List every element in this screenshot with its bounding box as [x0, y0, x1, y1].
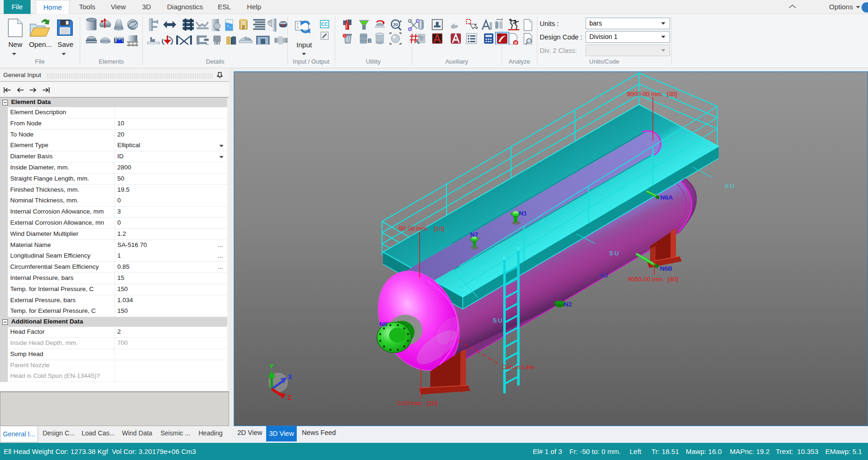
svg-text:9000.00 mm. [30]: 9000.00 mm. [30]	[627, 91, 677, 97]
svg-text:Datum Line: Datum Line	[502, 363, 534, 370]
svg-text:N1: N1	[519, 210, 527, 217]
svg-text:20: 20	[393, 22, 398, 27]
svg-text:-50.00 mm. [10]: -50.00 mm. [10]	[397, 225, 444, 232]
svg-text:SU: SU	[609, 250, 620, 257]
svg-text:X: X	[288, 373, 293, 381]
svg-text:Z: Z	[287, 394, 292, 401]
svg-text:N7: N7	[470, 231, 478, 238]
svg-text:CC: CC	[321, 22, 328, 27]
svg-text:N6B: N6B	[660, 265, 672, 272]
svg-text:B: B	[368, 38, 372, 44]
svg-text:N8: N8	[379, 321, 388, 328]
svg-text:N6A: N6A	[660, 194, 673, 201]
svg-text:N3: N3	[600, 272, 608, 279]
svg-text:SU: SU	[493, 317, 504, 324]
svg-text:N2: N2	[564, 301, 572, 308]
svg-text:0.00 mm. [20]: 0.00 mm. [20]	[397, 400, 437, 407]
svg-text:SU: SU	[725, 183, 735, 189]
svg-text:Y: Y	[269, 363, 274, 370]
svg-text:9050.00 mm. [40]: 9050.00 mm. [40]	[628, 276, 678, 283]
